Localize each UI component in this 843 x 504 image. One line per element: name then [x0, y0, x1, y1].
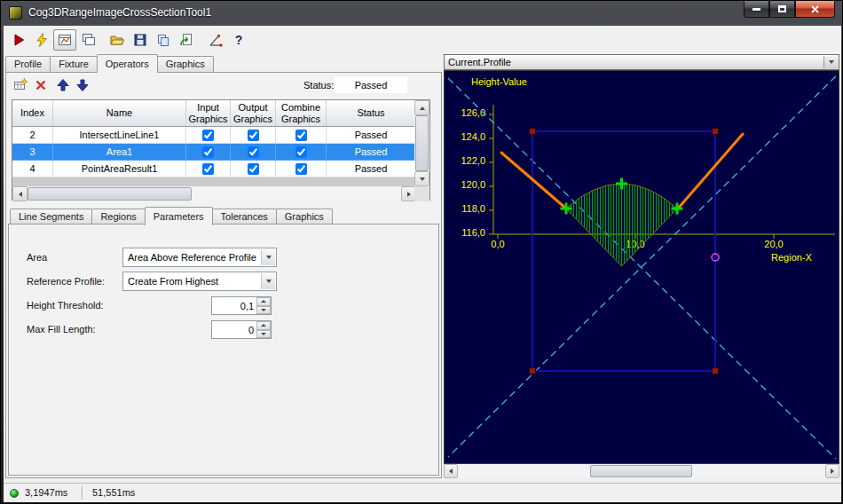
process-time: 3,1947ms: [25, 487, 67, 498]
cell-name[interactable]: PointAreaResult1: [53, 161, 186, 177]
height-threshold-label: Height Threshold:: [27, 300, 104, 311]
column-header-index[interactable]: Index: [12, 100, 53, 126]
profile-chart[interactable]: Height-Value 126,0 124,0 122,0 120,0 118…: [444, 70, 839, 464]
cell-status[interactable]: Passed: [327, 161, 416, 177]
spin-down-button[interactable]: [256, 306, 271, 315]
cell-output-graphics[interactable]: [231, 161, 276, 177]
hscroll-thumb[interactable]: [590, 465, 692, 477]
column-header-input-graphics[interactable]: Input Graphics: [186, 100, 231, 126]
scroll-up-button[interactable]: [414, 100, 429, 115]
area-combobox[interactable]: Area Above Reference Profile: [122, 248, 277, 267]
table-row[interactable]: 4 PointAreaResult1 Passed: [12, 161, 416, 177]
tab-profile[interactable]: Profile: [5, 56, 51, 72]
trigger-button[interactable]: [30, 29, 53, 51]
vscroll-thumb[interactable]: [415, 115, 429, 171]
input-graphics-checkbox[interactable]: [202, 130, 214, 141]
region-corner-handle[interactable]: [713, 368, 719, 374]
copy-window-button[interactable]: [76, 29, 99, 51]
max-fill-length-input[interactable]: [212, 321, 256, 338]
run-button[interactable]: [7, 29, 30, 51]
move-down-button[interactable]: [74, 76, 91, 94]
grid-hscrollbar[interactable]: [12, 186, 416, 201]
maximize-button[interactable]: [769, 1, 795, 18]
column-header-combine-graphics[interactable]: Combine Graphics: [276, 100, 327, 126]
scroll-left-button[interactable]: [12, 186, 28, 201]
scroll-down-button[interactable]: [414, 171, 429, 186]
tab-operators[interactable]: Operators: [97, 54, 158, 73]
cell-status[interactable]: Passed: [327, 127, 416, 144]
hscroll-thumb[interactable]: [28, 187, 192, 201]
help-icon: ?: [231, 32, 247, 48]
spin-up-button[interactable]: [256, 297, 271, 306]
grid-vscrollbar[interactable]: [414, 100, 429, 186]
max-fill-length-stepper[interactable]: [211, 320, 272, 339]
dropdown-button[interactable]: [261, 249, 275, 265]
add-operator-button[interactable]: [12, 76, 29, 94]
cell-index[interactable]: 3: [12, 144, 53, 161]
cell-status[interactable]: Passed: [327, 144, 416, 161]
minimize-button[interactable]: [744, 1, 769, 18]
tab-sub-graphics[interactable]: Graphics: [276, 209, 333, 224]
tab-graphics[interactable]: Graphics: [157, 56, 214, 72]
import-button[interactable]: [175, 29, 198, 51]
operators-grid: Index Name Input Graphics Output Graphic…: [12, 99, 430, 201]
save-button[interactable]: [129, 29, 152, 51]
scroll-right-button[interactable]: [825, 464, 839, 478]
cell-combine-graphics[interactable]: [276, 161, 327, 177]
left-arrow-icon: [19, 192, 22, 197]
combine-graphics-checkbox[interactable]: [295, 130, 307, 141]
cell-output-graphics[interactable]: [231, 127, 276, 144]
combine-graphics-checkbox[interactable]: [295, 163, 307, 175]
cell-combine-graphics[interactable]: [276, 144, 327, 161]
cell-combine-graphics[interactable]: [276, 127, 327, 144]
region-corner-handle[interactable]: [530, 368, 536, 374]
area-label: Area: [27, 252, 47, 263]
dropdown-button[interactable]: [261, 273, 275, 289]
display-toggle-button[interactable]: [53, 29, 76, 51]
column-header-name[interactable]: Name: [53, 100, 186, 126]
table-row[interactable]: 2 IntersectLineLine1 Passed: [12, 127, 416, 144]
cell-input-graphics[interactable]: [186, 127, 231, 144]
output-graphics-checkbox[interactable]: [248, 163, 259, 175]
tab-tolerances[interactable]: Tolerances: [212, 209, 277, 224]
spin-up-button[interactable]: [256, 321, 271, 330]
tab-fixture[interactable]: Fixture: [50, 56, 98, 72]
height-threshold-stepper[interactable]: [211, 296, 272, 315]
dropdown-button[interactable]: [823, 56, 838, 68]
open-button[interactable]: [106, 29, 129, 51]
input-graphics-checkbox[interactable]: [202, 146, 214, 158]
record-selector-combobox[interactable]: Current.Profile: [444, 54, 839, 70]
chart-hscrollbar[interactable]: [444, 464, 839, 478]
output-graphics-checkbox[interactable]: [248, 146, 259, 158]
cell-index[interactable]: 2: [12, 127, 53, 144]
height-threshold-input[interactable]: [212, 297, 256, 314]
cell-index[interactable]: 4: [12, 161, 53, 177]
scroll-left-button[interactable]: [444, 464, 458, 478]
output-graphics-checkbox[interactable]: [248, 130, 259, 141]
reference-profile-combobox[interactable]: Create From Highest: [122, 272, 277, 291]
region-corner-handle[interactable]: [713, 129, 719, 135]
region-corner-handle[interactable]: [530, 129, 536, 135]
column-header-status[interactable]: Status: [327, 100, 416, 126]
combine-graphics-checkbox[interactable]: [295, 146, 307, 158]
copy-results-button[interactable]: [152, 29, 175, 51]
cell-input-graphics[interactable]: [186, 161, 231, 177]
close-button[interactable]: [795, 1, 835, 18]
cell-name[interactable]: Area1: [53, 144, 186, 161]
table-row-selected[interactable]: 3 Area1 Passed: [12, 144, 416, 161]
delete-operator-button[interactable]: [32, 76, 50, 94]
cell-name[interactable]: IntersectLineLine1: [53, 127, 186, 144]
angle-tool-button[interactable]: [204, 29, 227, 51]
spin-down-button[interactable]: [256, 330, 271, 339]
tab-regions[interactable]: Regions: [91, 209, 145, 224]
cell-output-graphics[interactable]: [231, 144, 276, 161]
tab-parameters[interactable]: Parameters: [145, 207, 213, 225]
cell-input-graphics[interactable]: [186, 144, 231, 161]
help-button[interactable]: ?: [227, 29, 250, 51]
move-up-button[interactable]: [54, 76, 72, 94]
statusbar-separator: [82, 486, 83, 500]
column-header-output-graphics[interactable]: Output Graphics: [231, 100, 276, 126]
titlebar[interactable]: Cog3DRangeImageCrossSectionTool1: [1, 1, 842, 26]
input-graphics-checkbox[interactable]: [202, 163, 214, 175]
tab-line-segments[interactable]: Line Segments: [10, 209, 92, 224]
